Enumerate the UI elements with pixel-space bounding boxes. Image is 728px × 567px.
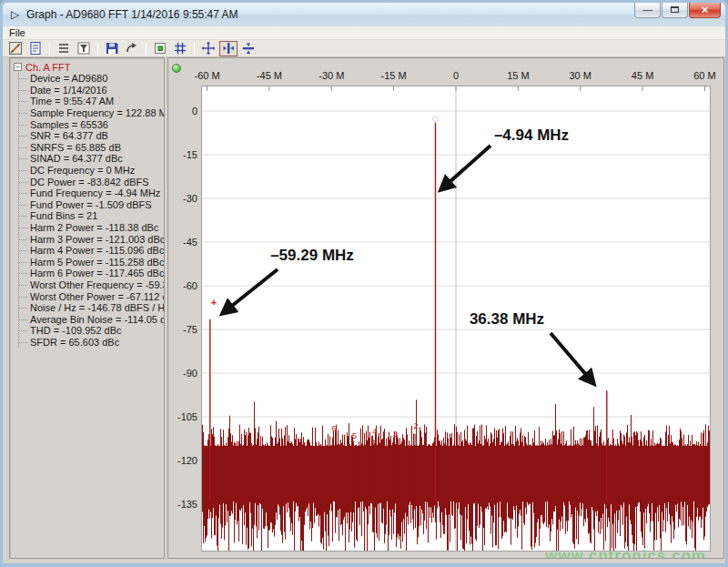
tree-item[interactable]: Fund Power = -1.509 dBFS [19, 199, 164, 211]
minimize-button[interactable]: — [634, 3, 661, 18]
tree-root-label: Ch. A FFT [25, 62, 71, 73]
tree-item[interactable]: Fund Bins = 21 [19, 210, 164, 222]
title-bar[interactable]: ▷ Graph - AD9680 FFT 1/14/2016 9:55:47 A… [3, 3, 725, 26]
annotation-label: –4.94 MHz [494, 127, 569, 144]
x-tick-label: 45 M [622, 70, 663, 81]
harmonic-marker-label: 3 [393, 429, 398, 439]
x-tick-label: -15 M [373, 70, 415, 81]
marker-button[interactable] [151, 41, 169, 56]
scatter-plot-button[interactable] [6, 41, 25, 56]
y-tick-label: -120 [170, 455, 197, 466]
tree-items: Device = AD9680Date = 1/14/2016Time = 9:… [18, 73, 164, 348]
tree-root-row[interactable]: − Ch. A FFT [14, 61, 164, 73]
tree-item[interactable]: SNRFS = 65.885 dB [19, 142, 164, 154]
tree-item[interactable]: Worst Other Power = -67.112 dBFS [19, 290, 164, 302]
pan-button[interactable] [199, 41, 217, 56]
annotation-label: –59.29 MHz [270, 247, 354, 264]
tree-item[interactable]: DC Power = -83.842 dBFS [19, 176, 164, 187]
fft-plot-panel[interactable]: -60 M-45 M-30 M-15 M015 M30 M45 M60 M 0-… [167, 57, 724, 559]
pan-icon [201, 41, 216, 56]
menu-file[interactable]: File [3, 27, 32, 38]
toolbar-separator [146, 42, 147, 56]
toolbar-separator [49, 42, 50, 56]
fft-plot[interactable]: 23456+–4.94 MHz–59.29 MHz36.38 MHz [201, 86, 711, 552]
tree-item[interactable]: DC Frequency = 0 MHz [19, 165, 164, 177]
tree-item[interactable]: Harm 6 Power = -117.465 dBc [19, 268, 164, 279]
toolbar-separator [97, 42, 98, 56]
y-tick-label: -105 [170, 411, 197, 422]
y-tick-label: -15 [170, 149, 197, 160]
maximize-button[interactable] [662, 3, 688, 18]
status-led-icon [172, 64, 181, 73]
tree-item[interactable]: SINAD = 64.377 dBc [19, 153, 164, 165]
tree-item[interactable]: Device = AD9680 [19, 73, 164, 85]
tree-item[interactable]: Samples = 65536 [19, 118, 164, 130]
report-icon [28, 41, 43, 56]
marker-icon [153, 41, 167, 56]
tree-item[interactable]: Sample Frequency = 122.88 MHz [19, 107, 164, 119]
filter-button[interactable] [75, 41, 93, 56]
y-tick-label: -135 [170, 499, 197, 510]
scatter-plot-icon [8, 41, 23, 56]
harmonic-marker-label: 2 [413, 420, 418, 430]
tree-item[interactable]: Harm 4 Power = -115.096 dBc [19, 245, 164, 257]
maximize-icon [671, 6, 679, 13]
save-button[interactable] [103, 41, 121, 56]
menu-bar: File [3, 26, 725, 40]
window-controls: — × [633, 3, 721, 18]
vertical-split-icon [221, 41, 236, 56]
toolbar-separator [194, 42, 195, 56]
x-tick-label: 60 M [683, 70, 724, 81]
annotation-label: 36.38 MHz [470, 310, 544, 328]
tree-item[interactable]: Harm 3 Power = -121.003 dBc [19, 233, 164, 245]
tree-item[interactable]: THD = -109.952 dBc [19, 325, 164, 337]
harmonic-marker-label: 5 [352, 430, 357, 440]
y-tick-label: 0 [170, 106, 197, 116]
list-button[interactable] [55, 41, 73, 56]
x-tick-label: 0 [435, 70, 477, 81]
harmonic-marker-label: 6 [331, 423, 336, 433]
x-tick-label: -60 M [187, 70, 228, 81]
tree-item[interactable]: Noise / Hz = -146.78 dBFS / Hz [19, 302, 164, 314]
y-tick-label: -45 [170, 237, 197, 248]
app-icon: ▷ [8, 8, 22, 22]
report-button[interactable] [26, 41, 45, 56]
list-icon [56, 41, 71, 56]
y-tick-label: -90 [170, 368, 197, 379]
results-tree: − Ch. A FFT Device = AD9680Date = 1/14/2… [10, 58, 164, 348]
grid-icon [173, 41, 187, 56]
collapse-icon[interactable]: − [14, 63, 22, 71]
tree-item[interactable]: Fund Frequency = -4.94 MHz [19, 187, 164, 199]
filter-icon [76, 41, 91, 56]
tree-item[interactable]: Time = 9:55:47 AM [19, 96, 164, 107]
harmonic-marker-label: 4 [372, 426, 377, 436]
y-tick-label: -75 [170, 324, 197, 335]
window-title: Graph - AD9680 FFT 1/14/2016 9:55:47 AM [26, 8, 238, 21]
vertical-split-button[interactable] [219, 41, 238, 56]
plus-marker: + [211, 297, 217, 308]
x-tick-label: 15 M [497, 70, 539, 81]
app-window: ▷ Graph - AD9680 FFT 1/14/2016 9:55:47 A… [0, 0, 728, 567]
x-tick-label: -45 M [248, 70, 290, 81]
watermark: www.cntronics.com [545, 547, 706, 559]
horizontal-split-button[interactable] [239, 41, 258, 56]
tree-item[interactable]: Date = 1/14/2016 [19, 85, 164, 96]
tree-item[interactable]: Harm 2 Power = -118.38 dBc [19, 222, 164, 234]
tree-item[interactable]: SFDR = 65.603 dBc [19, 337, 164, 349]
fft-results-panel[interactable]: − Ch. A FFT Device = AD9680Date = 1/14/2… [9, 57, 165, 559]
export-button[interactable] [123, 41, 141, 56]
y-tick-label: -30 [170, 193, 197, 204]
tree-item[interactable]: Average Bin Noise = -114.05 dBFS [19, 313, 164, 325]
close-button[interactable]: × [689, 3, 721, 18]
horizontal-split-icon [241, 41, 256, 56]
tree-item[interactable]: SNR = 64.377 dB [19, 130, 164, 142]
grid-button[interactable] [171, 41, 189, 56]
y-tick-label: -60 [170, 280, 197, 291]
x-tick-label: 30 M [560, 70, 602, 81]
x-tick-label: -30 M [310, 70, 352, 81]
export-icon [125, 41, 139, 56]
toolbar [3, 40, 725, 57]
save-icon [105, 41, 119, 56]
tree-item[interactable]: Harm 5 Power = -115.258 dBc [19, 257, 164, 268]
tree-item[interactable]: Worst Other Frequency = -59.38 MHz [19, 279, 164, 291]
